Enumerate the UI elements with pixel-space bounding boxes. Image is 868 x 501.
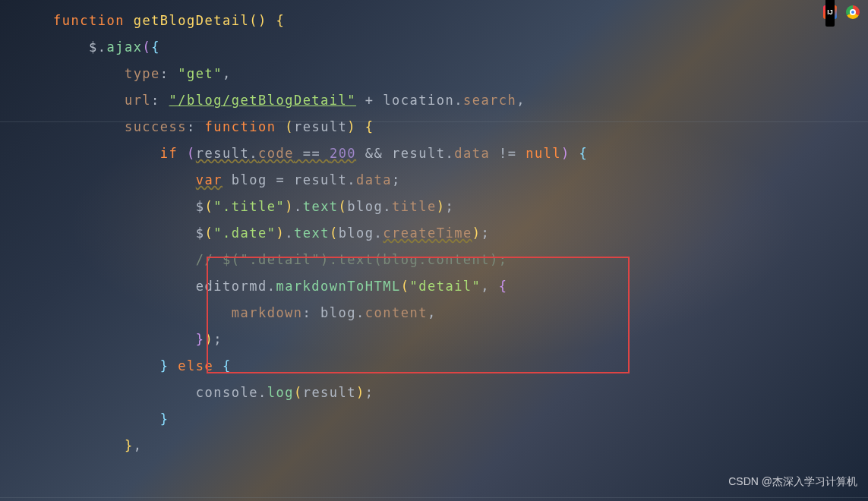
code-line: }, (53, 433, 868, 459)
code-line: $(".date").text(blog.createTime); (53, 220, 868, 247)
code-line: editormd.markdownToHTML("detail", { (53, 273, 868, 300)
code-line: url: "/blog/getBlogDetail" + location.se… (53, 87, 868, 114)
code-line: success: function (result) { (53, 114, 868, 140)
code-line: // $(".detail").text(blog.content); (53, 247, 868, 273)
code-line: var blog = result.data; (53, 167, 868, 194)
code-editor[interactable]: function getBlogDetail() { $.ajax({ type… (0, 0, 868, 501)
code-line: if (result.code == 200 && result.data !=… (53, 140, 868, 167)
code-line: $(".title").text(blog.title); (53, 194, 868, 220)
code-line: }); (53, 326, 868, 353)
code-line: type: "get", (53, 61, 868, 87)
code-line: $.ajax({ (53, 34, 868, 61)
code-line: markdown: blog.content, (53, 300, 868, 326)
watermark-text: CSDN @杰深入学习计算机 (728, 468, 857, 495)
code-line: } else { (53, 353, 868, 380)
code-line: function getBlogDetail() { (53, 8, 868, 34)
code-line: } (53, 406, 868, 433)
code-line: console.log(result); (53, 380, 868, 406)
